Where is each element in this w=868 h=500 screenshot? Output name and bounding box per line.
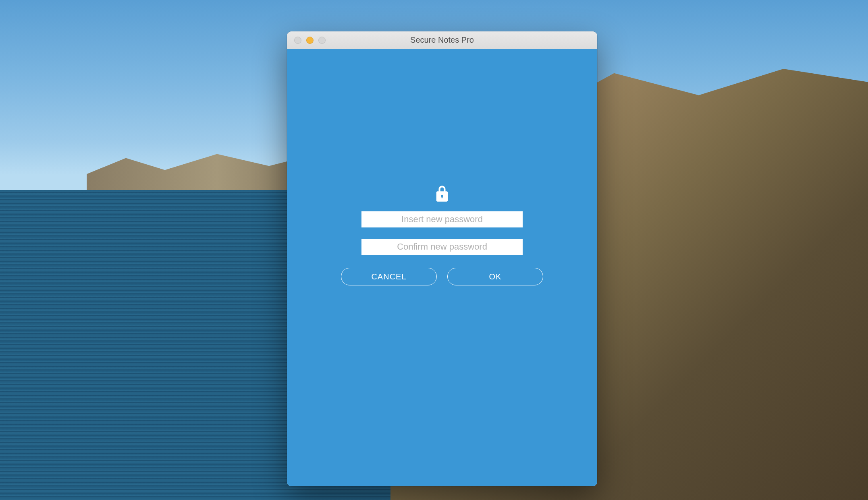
maximize-button[interactable]	[318, 37, 326, 44]
new-password-input[interactable]	[361, 211, 523, 227]
cancel-button[interactable]: CANCEL	[341, 268, 437, 285]
app-content: CANCEL OK	[287, 49, 597, 486]
ok-button[interactable]: OK	[447, 268, 543, 285]
window-title: Secure Notes Pro	[410, 35, 474, 45]
minimize-button[interactable]	[306, 37, 314, 44]
traffic-lights	[294, 37, 326, 44]
lock-icon	[435, 186, 449, 203]
button-row: CANCEL OK	[341, 268, 543, 285]
confirm-password-input[interactable]	[361, 239, 523, 255]
window-titlebar[interactable]: Secure Notes Pro	[287, 31, 597, 49]
app-window: Secure Notes Pro CANCEL OK	[287, 31, 597, 486]
close-button[interactable]	[294, 37, 301, 44]
